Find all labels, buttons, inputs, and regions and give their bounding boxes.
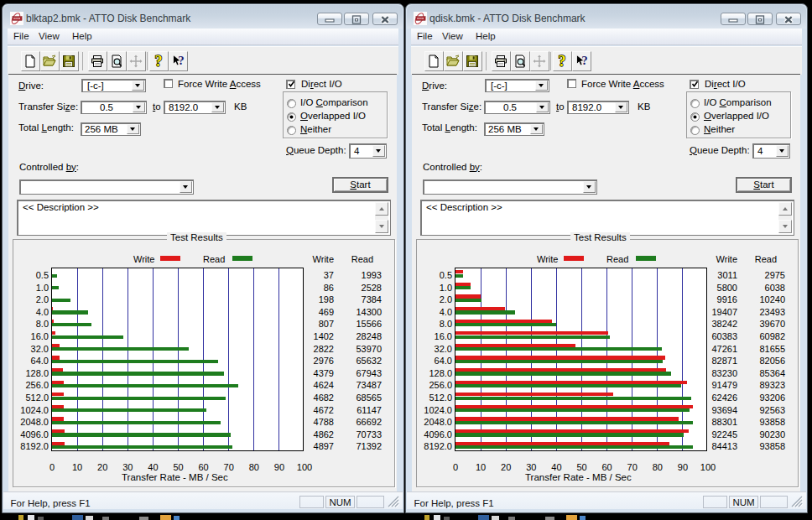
svg-text:?: ? <box>155 55 163 68</box>
svg-text:?: ? <box>559 55 566 68</box>
